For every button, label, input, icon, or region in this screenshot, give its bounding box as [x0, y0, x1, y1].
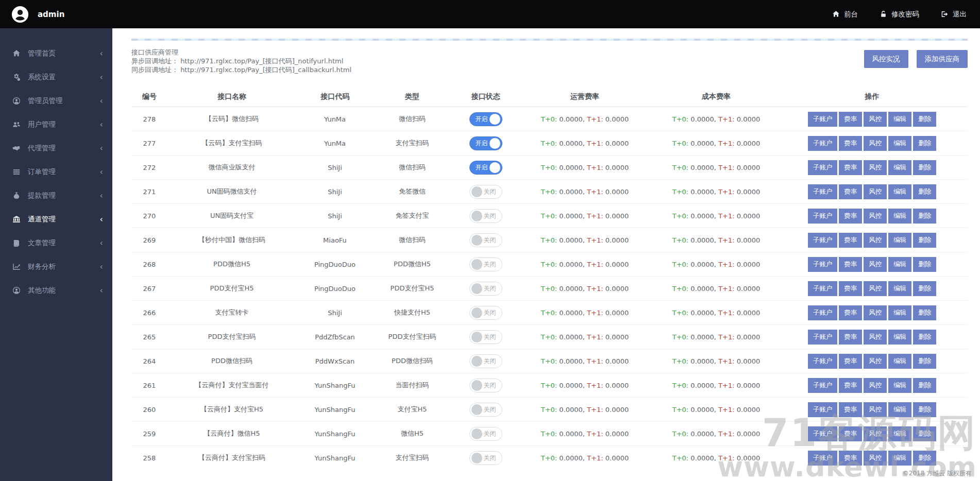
sub-account-button[interactable]: 子账户	[808, 257, 838, 272]
risk-button[interactable]: 风控	[864, 354, 887, 369]
delete-button[interactable]: 删除	[913, 136, 936, 151]
risk-button[interactable]: 风控	[864, 257, 887, 272]
edit-button[interactable]: 编辑	[888, 184, 911, 199]
rate-button[interactable]: 费率	[839, 184, 862, 199]
sidebar-item-channel-management[interactable]: 通道管理‹	[0, 208, 112, 231]
risk-button[interactable]: 风控	[864, 402, 887, 417]
sidebar-item-system-settings[interactable]: 系统设置‹	[0, 65, 112, 89]
status-toggle[interactable]: 开启	[469, 136, 502, 150]
sidebar-item-other-functions[interactable]: 其他功能‹	[0, 279, 112, 302]
status-toggle[interactable]: 关闭	[469, 257, 502, 271]
sub-account-button[interactable]: 子账户	[808, 330, 838, 345]
add-supplier-button[interactable]: 添加供应商	[917, 50, 968, 68]
delete-button[interactable]: 删除	[913, 184, 936, 199]
status-toggle[interactable]: 关闭	[469, 306, 502, 320]
rate-button[interactable]: 费率	[839, 378, 862, 393]
sidebar-item-article-management[interactable]: 文章管理‹	[0, 231, 112, 255]
edit-button[interactable]: 编辑	[888, 426, 911, 441]
sub-account-button[interactable]: 子账户	[808, 378, 838, 393]
delete-button[interactable]: 删除	[913, 330, 936, 345]
delete-button[interactable]: 删除	[913, 257, 936, 272]
delete-button[interactable]: 删除	[913, 354, 936, 369]
risk-button[interactable]: 风控	[864, 451, 887, 466]
topbar-link-password[interactable]: 修改密码	[880, 10, 919, 19]
sidebar-item-agent-management[interactable]: 代理管理‹	[0, 136, 112, 160]
sub-account-button[interactable]: 子账户	[808, 305, 838, 320]
delete-button[interactable]: 删除	[913, 112, 936, 127]
rate-button[interactable]: 费率	[839, 354, 862, 369]
risk-button[interactable]: 风控	[864, 136, 887, 151]
edit-button[interactable]: 编辑	[888, 451, 911, 466]
risk-button[interactable]: 风控	[864, 426, 887, 441]
risk-button[interactable]: 风控	[864, 281, 887, 296]
sub-account-button[interactable]: 子账户	[808, 136, 838, 151]
sub-account-button[interactable]: 子账户	[808, 160, 838, 175]
rate-button[interactable]: 费率	[839, 233, 862, 248]
rate-button[interactable]: 费率	[839, 112, 862, 127]
status-toggle[interactable]: 开启	[469, 161, 502, 175]
rate-button[interactable]: 费率	[839, 257, 862, 272]
rate-button[interactable]: 费率	[839, 426, 862, 441]
delete-button[interactable]: 删除	[913, 160, 936, 175]
rate-button[interactable]: 费率	[839, 160, 862, 175]
topbar-link-logout[interactable]: 退出	[941, 10, 967, 19]
edit-button[interactable]: 编辑	[888, 233, 911, 248]
edit-button[interactable]: 编辑	[888, 209, 911, 224]
risk-live-button[interactable]: 风控实况	[864, 50, 908, 68]
sidebar-item-user-management[interactable]: 用户管理‹	[0, 113, 112, 136]
sub-account-button[interactable]: 子账户	[808, 233, 838, 248]
status-toggle[interactable]: 开启	[469, 112, 502, 126]
sidebar-item-withdraw-management[interactable]: 提款管理‹	[0, 184, 112, 208]
sub-account-button[interactable]: 子账户	[808, 112, 838, 127]
sub-account-button[interactable]: 子账户	[808, 184, 838, 199]
rate-button[interactable]: 费率	[839, 209, 862, 224]
edit-button[interactable]: 编辑	[888, 257, 911, 272]
status-toggle[interactable]: 关闭	[469, 233, 502, 247]
status-toggle[interactable]: 关闭	[469, 451, 502, 465]
edit-button[interactable]: 编辑	[888, 378, 911, 393]
sub-account-button[interactable]: 子账户	[808, 281, 838, 296]
sub-account-button[interactable]: 子账户	[808, 354, 838, 369]
status-toggle[interactable]: 关闭	[469, 427, 502, 441]
delete-button[interactable]: 删除	[913, 281, 936, 296]
sidebar-item-finance-analysis[interactable]: 财务分析‹	[0, 255, 112, 279]
risk-button[interactable]: 风控	[864, 184, 887, 199]
sub-account-button[interactable]: 子账户	[808, 426, 838, 441]
risk-button[interactable]: 风控	[864, 160, 887, 175]
rate-button[interactable]: 费率	[839, 451, 862, 466]
edit-button[interactable]: 编辑	[888, 136, 911, 151]
edit-button[interactable]: 编辑	[888, 112, 911, 127]
sidebar-item-order-management[interactable]: 订单管理‹	[0, 160, 112, 184]
status-toggle[interactable]: 关闭	[469, 209, 502, 223]
edit-button[interactable]: 编辑	[888, 402, 911, 417]
status-toggle[interactable]: 关闭	[469, 282, 502, 296]
edit-button[interactable]: 编辑	[888, 160, 911, 175]
edit-button[interactable]: 编辑	[888, 281, 911, 296]
risk-button[interactable]: 风控	[864, 112, 887, 127]
status-toggle[interactable]: 关闭	[469, 354, 502, 368]
delete-button[interactable]: 删除	[913, 451, 936, 466]
delete-button[interactable]: 删除	[913, 378, 936, 393]
edit-button[interactable]: 编辑	[888, 354, 911, 369]
rate-button[interactable]: 费率	[839, 402, 862, 417]
rate-button[interactable]: 费率	[839, 330, 862, 345]
risk-button[interactable]: 风控	[864, 233, 887, 248]
status-toggle[interactable]: 关闭	[469, 330, 502, 344]
risk-button[interactable]: 风控	[864, 378, 887, 393]
topbar-link-front[interactable]: 前台	[832, 10, 858, 19]
delete-button[interactable]: 删除	[913, 209, 936, 224]
delete-button[interactable]: 删除	[913, 233, 936, 248]
risk-button[interactable]: 风控	[864, 330, 887, 345]
sub-account-button[interactable]: 子账户	[808, 451, 838, 466]
sidebar-item-admin-management[interactable]: 管理员管理‹	[0, 89, 112, 113]
sub-account-button[interactable]: 子账户	[808, 402, 838, 417]
edit-button[interactable]: 编辑	[888, 330, 911, 345]
delete-button[interactable]: 删除	[913, 426, 936, 441]
status-toggle[interactable]: 关闭	[469, 403, 502, 417]
delete-button[interactable]: 删除	[913, 305, 936, 320]
delete-button[interactable]: 删除	[913, 402, 936, 417]
rate-button[interactable]: 费率	[839, 281, 862, 296]
risk-button[interactable]: 风控	[864, 305, 887, 320]
status-toggle[interactable]: 关闭	[469, 379, 502, 392]
sidebar-item-home[interactable]: 管理首页‹	[0, 42, 112, 65]
